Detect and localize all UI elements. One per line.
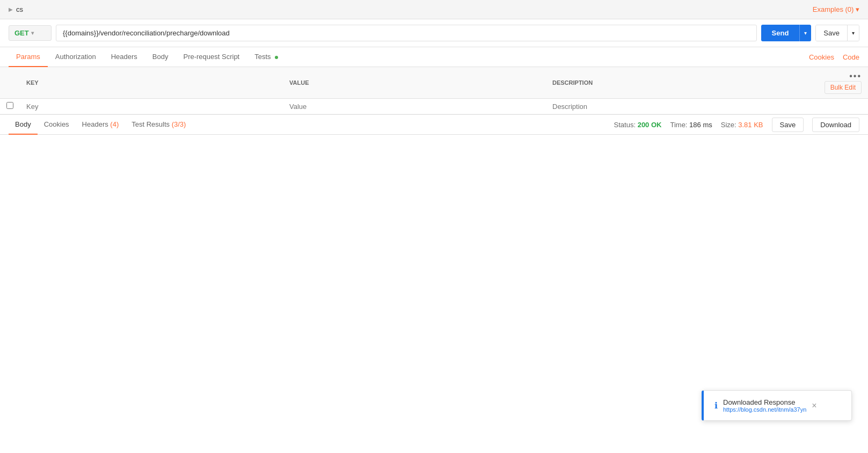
desc-input[interactable] [552,103,808,111]
cookies-link[interactable]: Cookies [809,53,834,61]
send-dropdown-icon[interactable]: ▾ [799,25,811,41]
request-tabs: Params Authorization Headers Body Pre-re… [0,47,868,67]
save-button[interactable]: Save [816,25,847,41]
status-value: 200 OK [638,121,662,129]
tab-headers[interactable]: Headers [104,47,145,67]
actions-col-header: ••• Bulk Edit [814,67,868,99]
response-body [0,135,868,349]
code-link[interactable]: Code [843,53,859,61]
top-bar: ▶ cs Examples (0) ▾ [0,0,868,19]
toast-message: Downloaded Response [723,398,806,406]
save-button-group: Save ▾ [815,25,859,41]
tab-authorization[interactable]: Authorization [48,47,104,67]
toast-content: Downloaded Response https://blog.csdn.ne… [723,398,806,413]
response-download-button[interactable]: Download [812,118,859,132]
toast-subtext: https://blog.csdn.net/itnm/a37yn [723,406,806,413]
send-button-group: Send ▾ [761,25,812,41]
method-dropdown-icon: ▾ [31,30,34,36]
resp-tab-body[interactable]: Body [9,115,38,135]
headers-badge: (4) [110,120,119,128]
breadcrumb: ▶ cs [9,5,23,13]
tab-body[interactable]: Body [145,47,176,67]
response-section: Body Cookies Headers (4) Test Results (3… [0,114,868,349]
more-options-button[interactable]: ••• [849,71,862,81]
value-cell [283,99,546,114]
tests-dot [275,56,278,59]
checkbox-col-header [0,67,20,99]
method-selector[interactable]: GET ▾ [9,25,52,41]
desc-cell [546,99,814,114]
status-label: Status: 200 OK [614,121,662,129]
toast-notification: ℹ Downloaded Response https://blog.csdn.… [702,390,852,421]
params-section: KEY VALUE DESCRIPTION ••• Bulk Edit [0,67,868,114]
params-table: KEY VALUE DESCRIPTION ••• Bulk Edit [0,67,868,114]
row-checkbox-cell [0,99,20,114]
examples-link[interactable]: Examples (0) ▾ [813,5,859,13]
value-input[interactable] [289,103,539,111]
resp-tab-cookies[interactable]: Cookies [38,115,76,135]
key-cell [20,99,283,114]
url-input[interactable] [56,25,757,41]
tab-params[interactable]: Params [9,47,48,67]
toast-close-button[interactable]: × [812,401,816,411]
test-results-badge: (3/3) [172,120,186,128]
resp-tab-headers[interactable]: Headers (4) [76,115,126,135]
param-empty-row [0,99,868,114]
bulk-edit-button[interactable]: Bulk Edit [825,81,862,94]
tab-tests[interactable]: Tests [247,47,286,67]
arrow-icon: ▶ [9,6,13,12]
response-meta: Status: 200 OK Time: 186 ms Size: 3.81 K… [614,118,859,132]
response-save-button[interactable]: Save [772,118,804,132]
key-input[interactable] [26,103,276,111]
size-label: Size: 3.81 KB [721,121,763,129]
method-label: GET [14,29,29,37]
request-bar: GET ▾ Send ▾ Save ▾ [0,19,868,47]
key-col-header: KEY [20,67,283,99]
desc-col-header: DESCRIPTION [546,67,814,99]
tab-right-links: Cookies Code [809,53,859,61]
value-col-header: VALUE [283,67,546,99]
row-checkbox[interactable] [6,102,13,109]
size-value: 3.81 KB [738,121,763,129]
row-actions [814,99,868,114]
toast-info-icon: ℹ [714,400,718,411]
response-tabs-bar: Body Cookies Headers (4) Test Results (3… [0,115,868,135]
tab-pre-request[interactable]: Pre-request Script [176,47,247,67]
collection-name: cs [16,5,23,13]
time-value: 186 ms [689,121,712,129]
save-dropdown-icon[interactable]: ▾ [847,25,859,41]
resp-tab-test-results[interactable]: Test Results (3/3) [125,115,192,135]
send-button[interactable]: Send [761,25,800,41]
time-label: Time: 186 ms [670,121,712,129]
